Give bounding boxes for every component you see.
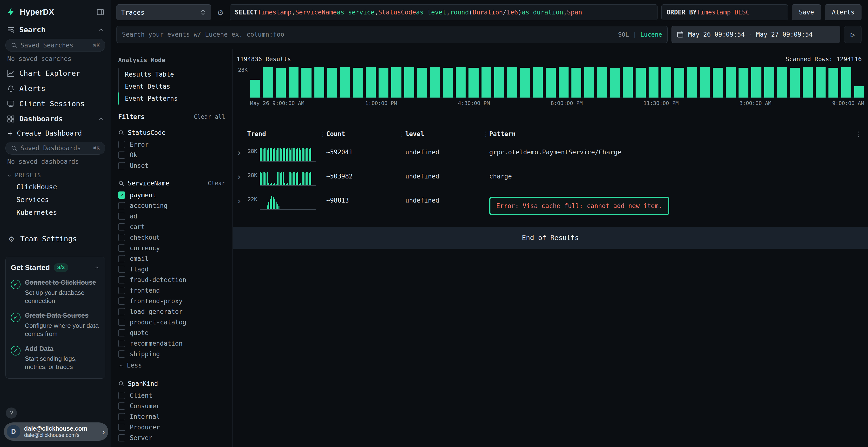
histogram-bar[interactable] xyxy=(790,68,800,98)
checkbox[interactable] xyxy=(118,162,125,169)
histogram-bar[interactable] xyxy=(430,67,440,98)
checkbox[interactable] xyxy=(118,340,125,347)
filter-option[interactable]: ✓payment xyxy=(118,190,225,200)
histogram-bar[interactable] xyxy=(777,67,787,98)
histogram-bar[interactable] xyxy=(841,67,851,98)
histogram-bar[interactable] xyxy=(816,67,826,98)
histogram-bar[interactable] xyxy=(700,67,710,98)
checkbox[interactable] xyxy=(118,255,125,262)
chevron-up-icon[interactable] xyxy=(94,265,100,271)
histogram-bar[interactable] xyxy=(468,68,478,98)
pattern-row[interactable]: ›28K⋮~503982⋮undefined⋮charge xyxy=(237,172,862,186)
user-menu[interactable]: D dale@clickhouse.com dale@clickhouse.co… xyxy=(4,422,108,441)
histogram-bar[interactable] xyxy=(340,67,350,98)
expand-chevron-icon[interactable]: › xyxy=(237,196,247,205)
get-started-item[interactable]: ✓Create Data SourcesConfigure where your… xyxy=(11,312,100,338)
histogram-bar[interactable] xyxy=(391,67,401,98)
saved-searches-input[interactable] xyxy=(21,42,90,49)
save-button[interactable]: Save xyxy=(792,4,821,20)
filter-option[interactable]: recommendation xyxy=(118,338,225,349)
highlighted-error-pattern[interactable]: Error: Visa cache full: cannot add new i… xyxy=(489,197,669,215)
filter-option[interactable]: Internal xyxy=(118,411,225,422)
sidebar-item-alerts[interactable]: Alerts xyxy=(5,81,105,96)
filter-option[interactable]: accounting xyxy=(118,200,225,211)
help-button[interactable]: ? xyxy=(6,408,17,419)
checkbox[interactable] xyxy=(118,350,125,358)
lucene-mode-option[interactable]: Lucene xyxy=(641,31,662,38)
checkbox[interactable] xyxy=(118,434,125,442)
filter-option[interactable]: ad xyxy=(118,211,225,221)
sidebar-item-chart-explorer[interactable]: Chart Explorer xyxy=(5,66,105,81)
create-dashboard-button[interactable]: Create Dashboard xyxy=(5,127,105,140)
checkbox[interactable] xyxy=(118,266,125,273)
checkbox[interactable] xyxy=(118,223,125,231)
get-started-item[interactable]: ✓Add DataStart sending logs, metrics, or… xyxy=(11,345,100,371)
histogram-bar[interactable] xyxy=(482,67,491,98)
histogram-bar[interactable] xyxy=(301,68,311,98)
sidebar-item-team-settings[interactable]: ⚙ Team Settings xyxy=(5,231,105,247)
expand-chevron-icon[interactable]: › xyxy=(237,148,247,157)
date-range-picker[interactable]: May 26 09:09:54 - May 27 09:09:54 xyxy=(672,26,840,43)
checkbox[interactable] xyxy=(118,202,125,209)
chevron-up-icon[interactable] xyxy=(98,27,104,33)
analysis-mode-results-table[interactable]: Results Table xyxy=(118,68,225,80)
histogram-bar[interactable] xyxy=(726,67,736,98)
sidebar-preset-kubernetes[interactable]: Kubernetes xyxy=(5,206,105,219)
filter-option[interactable]: cart xyxy=(118,221,225,232)
filter-option[interactable]: frontend xyxy=(118,285,225,296)
histogram-bar[interactable] xyxy=(649,67,658,98)
histogram-bar[interactable] xyxy=(507,67,517,98)
checkbox[interactable] xyxy=(118,141,125,148)
checkbox[interactable] xyxy=(118,329,125,337)
filter-option[interactable]: shipping xyxy=(118,349,225,359)
histogram-bar[interactable] xyxy=(314,67,324,98)
sidebar-item-search[interactable]: Search xyxy=(5,22,105,37)
saved-dashboards-pill[interactable]: ⌘K xyxy=(5,142,105,154)
histogram-bar[interactable] xyxy=(378,68,389,98)
analysis-mode-event-deltas[interactable]: Event Deltas xyxy=(118,80,225,93)
checkbox[interactable] xyxy=(118,213,125,220)
column-header-level[interactable]: level xyxy=(405,130,483,138)
sql-query-editor[interactable]: SELECT Timestamp, ServiceName as service… xyxy=(230,4,657,20)
checkbox[interactable] xyxy=(118,234,125,241)
filter-option[interactable]: flagd xyxy=(118,264,225,275)
sidebar-preset-clickhouse[interactable]: ClickHouse xyxy=(5,181,105,194)
histogram-bar[interactable] xyxy=(854,86,864,98)
histogram-bar[interactable] xyxy=(584,67,594,98)
checkbox[interactable] xyxy=(118,319,125,326)
show-less-button[interactable]: Less xyxy=(118,359,225,371)
filter-option[interactable]: product-catalog xyxy=(118,317,225,328)
source-settings-gear-icon[interactable]: ⚙ xyxy=(215,4,226,20)
histogram-bar[interactable] xyxy=(494,67,504,98)
histogram-bar[interactable] xyxy=(353,68,363,98)
histogram-bar[interactable] xyxy=(276,68,286,98)
sql-mode-option[interactable]: SQL xyxy=(618,31,629,38)
histogram-bar[interactable] xyxy=(597,67,607,98)
clear-all-button[interactable]: Clear all xyxy=(194,113,225,120)
alerts-button[interactable]: Alerts xyxy=(825,4,862,20)
run-query-button[interactable]: ▷ xyxy=(844,26,862,43)
sidebar-item-client-sessions[interactable]: Client Sessions xyxy=(5,96,105,111)
histogram-bar[interactable] xyxy=(559,67,568,98)
histogram-bar[interactable] xyxy=(610,68,620,98)
histogram-bar[interactable] xyxy=(829,68,838,98)
histogram-bar[interactable] xyxy=(250,80,260,98)
histogram-bar[interactable] xyxy=(739,68,748,98)
histogram-bar[interactable] xyxy=(520,68,530,98)
order-by-editor[interactable]: ORDER BY Timestamp DESC xyxy=(661,4,788,20)
checkbox[interactable] xyxy=(118,151,125,159)
query-language-toggle[interactable]: SQL | Lucene xyxy=(618,31,662,38)
column-header-count[interactable]: Count xyxy=(326,130,399,138)
histogram-bar[interactable] xyxy=(636,68,646,98)
histogram-bar[interactable] xyxy=(571,68,581,98)
histogram-bar[interactable] xyxy=(764,67,774,98)
saved-dashboards-input[interactable] xyxy=(21,144,90,152)
histogram-bar[interactable] xyxy=(687,67,697,98)
chevron-up-icon[interactable] xyxy=(98,116,104,122)
filter-option[interactable]: email xyxy=(118,253,225,264)
filter-option[interactable]: Ok xyxy=(118,150,225,161)
histogram-bar[interactable] xyxy=(713,68,723,98)
histogram-bar[interactable] xyxy=(443,68,453,98)
filter-option[interactable]: frontend-proxy xyxy=(118,296,225,306)
histogram-bar[interactable] xyxy=(289,67,299,98)
